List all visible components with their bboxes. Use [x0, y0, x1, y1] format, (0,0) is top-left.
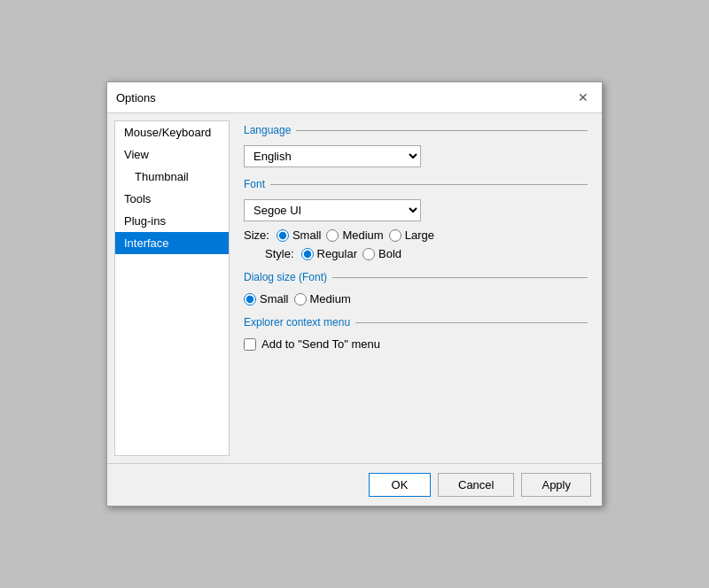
title-bar: Options ✕ [107, 82, 602, 113]
size-medium-option[interactable]: Medium [326, 228, 383, 242]
explorer-section-label: Explorer context menu [244, 316, 588, 329]
sidebar-item-interface[interactable]: Interface [115, 232, 229, 254]
dialog-body: Mouse/Keyboard View Thumbnail Tools Plug… [107, 113, 602, 463]
style-regular-option[interactable]: Regular [301, 247, 358, 260]
sidebar-item-plug-ins[interactable]: Plug-ins [115, 210, 229, 232]
sidebar-item-tools[interactable]: Tools [115, 188, 229, 210]
language-section: Language English French German Spanish [244, 124, 588, 167]
style-bold-radio[interactable] [362, 248, 375, 260]
options-dialog: Options ✕ Mouse/Keyboard View Thumbnail … [106, 81, 603, 507]
style-group: Style: Regular Bold [265, 247, 401, 260]
ok-button[interactable]: OK [369, 473, 431, 497]
size-style-row: Size: Small Medium Large Style: [244, 228, 588, 260]
size-large-option[interactable]: Large [389, 228, 434, 242]
send-to-checkbox[interactable] [244, 338, 256, 351]
font-section-label: Font [244, 178, 588, 190]
size-small-option[interactable]: Small [277, 228, 322, 242]
size-small-radio[interactable] [277, 229, 289, 242]
style-bold-option[interactable]: Bold [362, 247, 401, 260]
close-button[interactable]: ✕ [573, 88, 593, 107]
style-regular-radio[interactable] [301, 248, 314, 260]
size-large-label: Large [405, 228, 434, 242]
apply-button[interactable]: Apply [521, 473, 591, 497]
dialog-size-label: Dialog size (Font) [244, 271, 588, 283]
style-regular-label: Regular [317, 247, 358, 260]
ds-medium-radio[interactable] [294, 293, 307, 306]
ds-medium-option[interactable]: Medium [294, 292, 351, 306]
dialog-size-section: Dialog size (Font) Small Medium [244, 271, 588, 306]
size-small-label: Small [292, 228, 322, 242]
dialog-title: Options [116, 91, 156, 104]
content-panel: Language English French German Spanish F… [237, 120, 595, 456]
language-select[interactable]: English French German Spanish [244, 145, 421, 167]
language-section-label: Language [244, 124, 588, 136]
font-section: Font Segoe UI Arial Tahoma Verdana Size:… [244, 178, 588, 260]
sidebar: Mouse/Keyboard View Thumbnail Tools Plug… [114, 120, 230, 456]
sidebar-item-thumbnail[interactable]: Thumbnail [115, 166, 229, 188]
ds-small-label: Small [260, 292, 289, 306]
dialog-size-row: Small Medium [244, 292, 588, 306]
sidebar-item-view[interactable]: View [115, 143, 229, 166]
style-bold-label: Bold [378, 247, 401, 260]
dialog-footer: OK Cancel Apply [107, 463, 602, 506]
ds-small-option[interactable]: Small [244, 292, 289, 306]
sidebar-item-mouse-keyboard[interactable]: Mouse/Keyboard [115, 121, 229, 143]
font-select[interactable]: Segoe UI Arial Tahoma Verdana [244, 199, 421, 221]
send-to-label: Add to "Send To" menu [261, 337, 380, 351]
ds-medium-label: Medium [310, 292, 351, 306]
explorer-section: Explorer context menu Add to "Send To" m… [244, 316, 588, 351]
send-to-row: Add to "Send To" menu [244, 337, 588, 351]
size-label: Size: [244, 228, 269, 242]
style-label: Style: [265, 247, 294, 260]
cancel-button[interactable]: Cancel [438, 473, 514, 497]
size-medium-label: Medium [342, 228, 383, 242]
ds-small-radio[interactable] [244, 293, 256, 306]
size-medium-radio[interactable] [326, 229, 339, 242]
size-large-radio[interactable] [389, 229, 401, 242]
